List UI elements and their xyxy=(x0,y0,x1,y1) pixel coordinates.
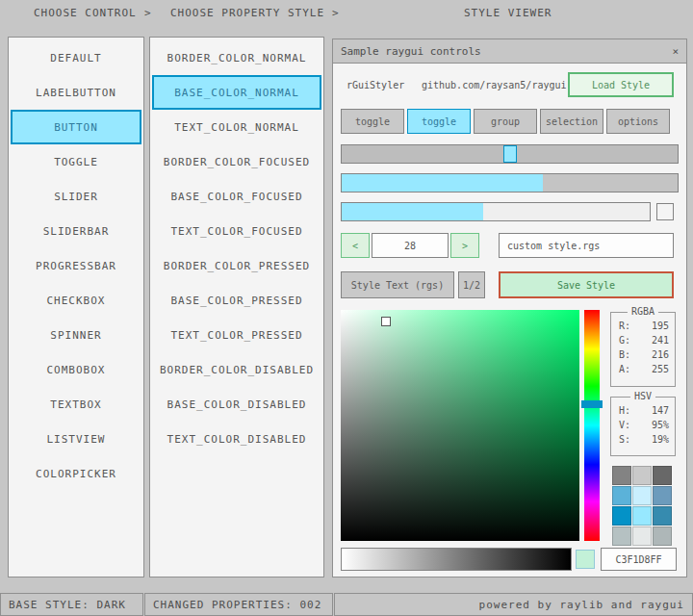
property-item-border-color-focused[interactable]: BORDER_COLOR_FOCUSED xyxy=(152,144,321,179)
hsv-row-v: V: 95% xyxy=(611,418,675,432)
window-titlebar[interactable]: Sample raygui controls × xyxy=(333,39,686,64)
repo-link[interactable]: github.com/raysan5/raygui xyxy=(422,80,567,90)
swatch-border-normal[interactable] xyxy=(612,466,631,485)
swatch-base-disabled[interactable] xyxy=(632,526,652,546)
toggle-button-2-active[interactable]: toggle xyxy=(407,109,471,134)
property-item-border-color-disabled[interactable]: BORDER_COLOR_DISABLED xyxy=(152,352,321,387)
chevron-right-icon: > xyxy=(144,7,152,19)
controls-list-panel: DEFAULT LABELBUTTON BUTTON TOGGLE SLIDER… xyxy=(8,37,144,578)
swatch-base-normal[interactable] xyxy=(632,466,652,485)
filename-input[interactable] xyxy=(499,233,674,258)
spinner-value[interactable]: 28 xyxy=(372,233,449,258)
sidebar-item-combobox[interactable]: COMBOBOX xyxy=(11,352,141,387)
rgba-label-b: B: xyxy=(619,349,630,360)
window-title: Sample raygui controls xyxy=(341,45,481,58)
swatch-text-disabled[interactable] xyxy=(653,526,672,546)
sidebar-item-progressbar[interactable]: PROGRESSBAR xyxy=(11,248,141,283)
toggle-button-1[interactable]: toggle xyxy=(341,109,404,134)
rgba-title: RGBA xyxy=(628,306,658,317)
hsv-value-v: 95% xyxy=(652,420,669,430)
hsv-title: HSV xyxy=(630,391,655,401)
sidebar-item-toggle[interactable]: TOGGLE xyxy=(11,144,141,179)
spinner-decrement-button[interactable]: < xyxy=(341,233,370,258)
property-item-base-color-pressed[interactable]: BASE_COLOR_PRESSED xyxy=(152,283,321,318)
rgba-row-b: B: 216 xyxy=(611,347,675,362)
property-item-base-color-focused[interactable]: BASE_COLOR_FOCUSED xyxy=(152,179,321,214)
hex-color-input[interactable] xyxy=(601,548,677,571)
save-style-button[interactable]: Save Style xyxy=(499,271,674,298)
property-item-text-color-focused[interactable]: TEXT_COLOR_FOCUSED xyxy=(152,214,321,248)
swatch-base-focused[interactable] xyxy=(632,486,652,505)
hsv-row-h: H: 147 xyxy=(611,403,675,418)
hsv-label-h: H: xyxy=(619,405,630,416)
property-item-base-color-normal[interactable]: BASE_COLOR_NORMAL xyxy=(152,75,321,110)
rgba-row-r: R: 195 xyxy=(611,319,675,333)
crumb-choose-control: CHOOSE CONTROL xyxy=(34,7,137,19)
properties-list-panel: BORDER_COLOR_NORMAL BASE_COLOR_NORMAL TE… xyxy=(149,37,324,578)
sidebar-item-button[interactable]: BUTTON xyxy=(11,110,141,144)
toggle-button-selection[interactable]: selection xyxy=(540,109,603,134)
status-base-style: BASE STYLE: DARK xyxy=(0,593,143,616)
property-item-base-color-disabled[interactable]: BASE_COLOR_DISABLED xyxy=(152,387,321,422)
toggle-button-group[interactable]: group xyxy=(474,109,537,134)
swatch-text-pressed[interactable] xyxy=(653,506,672,526)
controls-list: DEFAULT LABELBUTTON BUTTON TOGGLE SLIDER… xyxy=(9,38,143,491)
sample-checkbox[interactable] xyxy=(656,203,674,220)
hsv-label-s: S: xyxy=(619,434,630,445)
color-cursor[interactable] xyxy=(381,317,391,326)
current-color-preview xyxy=(576,550,595,569)
property-item-border-color-normal[interactable]: BORDER_COLOR_NORMAL xyxy=(152,40,321,75)
close-icon[interactable]: × xyxy=(672,45,679,58)
hue-bar[interactable] xyxy=(584,310,600,541)
style-viewer-window: Sample raygui controls × rGuiStyler gith… xyxy=(332,38,687,578)
sidebar-item-labelbutton[interactable]: LABELBUTTON xyxy=(11,75,141,110)
property-item-text-color-disabled[interactable]: TEXT_COLOR_DISABLED xyxy=(152,422,321,456)
rgba-row-g: G: 241 xyxy=(611,333,675,347)
hsv-groupbox: HSV H: 147 V: 95% S: 19% xyxy=(610,397,676,456)
swatch-base-pressed[interactable] xyxy=(632,506,652,526)
sidebar-item-checkbox[interactable]: CHECKBOX xyxy=(11,283,141,318)
rgba-groupbox: RGBA R: 195 G: 241 B: 216 A: 255 xyxy=(610,312,676,387)
load-style-button[interactable]: Load Style xyxy=(568,72,674,97)
swatch-text-focused[interactable] xyxy=(653,486,672,505)
sample-slider-bar[interactable] xyxy=(341,202,651,221)
rgba-value-b: 216 xyxy=(652,349,669,360)
sidebar-item-default[interactable]: DEFAULT xyxy=(11,40,141,75)
hsv-label-v: V: xyxy=(619,420,630,430)
spinner-increment-button[interactable]: > xyxy=(450,233,479,258)
crumb-choose-property-style: CHOOSE PROPERTY STYLE xyxy=(170,7,324,19)
sidebar-item-spinner[interactable]: SPINNER xyxy=(11,318,141,352)
page-toggle-button[interactable]: 1/2 xyxy=(458,271,485,298)
hue-slider-handle[interactable] xyxy=(581,400,603,408)
hsv-row-s: S: 19% xyxy=(611,432,675,447)
swatch-text-normal[interactable] xyxy=(653,466,672,485)
hsv-value-h: 147 xyxy=(652,405,669,416)
style-text-button[interactable]: Style Text (rgs) xyxy=(341,271,454,298)
color-saturation-panel[interactable] xyxy=(341,310,579,541)
sidebar-item-colorpicker[interactable]: COLORPICKER xyxy=(11,456,141,491)
crumb-style-viewer: STYLE VIEWER xyxy=(464,7,552,19)
rgba-label-r: R: xyxy=(619,321,630,331)
sidebar-item-sliderbar[interactable]: SLIDERBAR xyxy=(11,214,141,248)
toggle-button-options[interactable]: options xyxy=(606,109,670,134)
swatch-border-pressed[interactable] xyxy=(612,506,631,526)
swatch-border-disabled[interactable] xyxy=(612,526,631,546)
sidebar-item-textbox[interactable]: TEXTBOX xyxy=(11,387,141,422)
style-color-palette xyxy=(612,466,672,546)
status-changed-properties: CHANGED PROPERTIES: 002 xyxy=(144,593,333,616)
toggle-group: toggle toggle group selection options xyxy=(341,109,670,134)
slider-handle[interactable] xyxy=(503,145,517,163)
powered-by-label: powered by raylib and raygui xyxy=(479,599,684,611)
property-item-text-color-normal[interactable]: TEXT_COLOR_NORMAL xyxy=(152,110,321,144)
sidebar-item-listview[interactable]: LISTVIEW xyxy=(11,422,141,456)
rgba-value-g: 241 xyxy=(652,335,669,346)
property-item-text-color-pressed[interactable]: TEXT_COLOR_PRESSED xyxy=(152,318,321,352)
value-gradient-bar[interactable] xyxy=(341,548,572,571)
sidebar-item-slider[interactable]: SLIDER xyxy=(11,179,141,214)
property-item-border-color-pressed[interactable]: BORDER_COLOR_PRESSED xyxy=(152,248,321,283)
base-style-label: BASE STYLE: DARK xyxy=(9,599,126,611)
rgba-label-g: G: xyxy=(619,335,630,346)
sample-slider[interactable] xyxy=(341,144,679,164)
rgba-value-a: 255 xyxy=(652,364,669,374)
swatch-border-focused[interactable] xyxy=(612,486,631,505)
